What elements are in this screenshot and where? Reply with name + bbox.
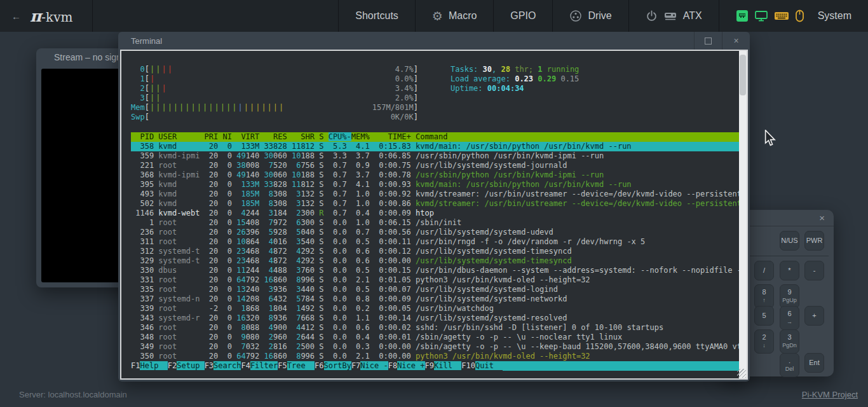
fkey-F2[interactable]: F2Setup xyxy=(168,361,205,371)
terminal-scrollbar[interactable] xyxy=(739,51,747,378)
process-row-1: 1 root 20 0 15408 7972 6300 S 0.0 1.0 0:… xyxy=(131,218,739,228)
keypad-key-5[interactable]: 5 xyxy=(754,306,774,326)
fkey-F1[interactable]: F1Help xyxy=(131,361,168,371)
close-icon: × xyxy=(733,36,738,46)
terminal-window-header[interactable]: Terminal × xyxy=(118,32,750,50)
maximize-button[interactable] xyxy=(694,32,722,50)
uptime-line: Uptime: 00:04:34 xyxy=(451,84,579,93)
process-row-221: 221 root 20 0 38008 7520 6756 S 0.7 0.9 … xyxy=(131,161,739,170)
window-buttons: × xyxy=(694,32,750,50)
process-row-349: 349 root 20 0 7032 2816 2500 S 0.0 0.3 0… xyxy=(131,342,739,352)
display-status-icon xyxy=(754,10,768,22)
fkey-F10[interactable]: F10Quit xyxy=(461,361,503,371)
pikvm-project-link[interactable]: Pi-KVM Project xyxy=(802,390,858,399)
keypad-key-6[interactable]: 6→ xyxy=(780,306,799,330)
fkey-F7[interactable]: F7Nice - xyxy=(351,361,388,371)
mouse-cursor xyxy=(764,130,776,149)
meter-2: 2[|||3.4%] xyxy=(131,84,418,93)
key-label: 5 xyxy=(762,312,766,319)
process-row-335: 335 root 20 0 13240 3936 3440 S 0.0 0.5 … xyxy=(131,285,739,294)
fkey-F3[interactable]: F3Search xyxy=(205,361,241,371)
keypad-key-[interactable]: / xyxy=(754,261,774,280)
power-icon xyxy=(646,10,658,22)
process-row-350: 350 root 20 0 64792 16860 8996 S 0.0 2.1… xyxy=(131,352,739,361)
fkey-F9[interactable]: F9Kill xyxy=(425,361,462,371)
system-summary: Tasks: 30, 28 thr; 1 runningLoad average… xyxy=(451,65,579,93)
keypad-key-[interactable]: - xyxy=(804,261,824,280)
key-sublabel: ↑ xyxy=(763,297,766,304)
meter-swp: Swp[0K/0K] xyxy=(131,113,418,122)
nav-item-atx[interactable]: ATX xyxy=(628,0,719,32)
scrollbar-thumb[interactable] xyxy=(740,55,746,95)
tasks-line: Tasks: 30, 28 thr; 1 running xyxy=(451,65,579,74)
drive-icon xyxy=(569,10,582,22)
logo-area: ← π-kvm xyxy=(0,0,93,32)
terminal-screen[interactable]: 0[||||4.7%] 1[|0.0%] 2[|||3.4%] 3[||2.0%… xyxy=(120,50,748,380)
nav-item-system[interactable]: System xyxy=(719,0,868,32)
keyboard-status-icon xyxy=(774,11,789,21)
meter-1: 1[|0.0%] xyxy=(131,74,418,84)
key-label: 2 xyxy=(762,334,766,341)
terminal-window-title: Terminal xyxy=(131,36,162,46)
process-row-348: 348 root 20 0 9080 2960 2644 S 0.0 0.4 0… xyxy=(131,333,739,342)
keypad-key-[interactable]: + xyxy=(804,306,824,326)
pikvm-logo[interactable]: π-kvm xyxy=(30,7,72,25)
process-table: PID USER PRI NI VIRT RES SHR S CPU%-MEM%… xyxy=(131,132,739,361)
fkey-F5[interactable]: F5Tree xyxy=(278,361,315,371)
key-sublabel: Del xyxy=(785,366,794,373)
gear-icon: ⚙ xyxy=(432,9,443,24)
keypad-key-9[interactable]: 9PgUp xyxy=(780,284,799,308)
resize-grip[interactable] xyxy=(737,369,746,378)
fkey-F4[interactable]: F4Filter xyxy=(241,361,278,371)
process-row-346: 346 root 20 0 8088 4900 4412 S 0.0 0.6 0… xyxy=(131,323,739,333)
keypad-key-[interactable]: * xyxy=(780,261,799,280)
keypad-key-8[interactable]: 8↑ xyxy=(754,284,774,308)
fkey-F8[interactable]: F8Nice + xyxy=(388,361,425,371)
key-label: - xyxy=(813,267,816,274)
key-label: 3 xyxy=(787,334,791,341)
process-row-358: 358 kvmd 20 0 133M 33828 11812 S 5.3 4.1… xyxy=(131,142,739,151)
keypad-key-[interactable]: .Del xyxy=(780,353,799,377)
close-icon[interactable]: × xyxy=(819,212,825,223)
htop-output: 0[||||4.7%] 1[|0.0%] 2[|||3.4%] 3[||2.0%… xyxy=(121,51,739,378)
process-row-311: 311 root 20 0 10864 4016 3540 S 0.0 0.5 … xyxy=(131,237,739,247)
key-label: PWR xyxy=(806,237,823,244)
process-row-395: 395 kvmd 20 0 133M 33828 11812 S 0.7 4.1… xyxy=(131,180,739,190)
fkey-F6[interactable]: F6SortBy xyxy=(315,361,351,371)
atx-box-icon xyxy=(663,11,677,21)
key-label: + xyxy=(812,312,816,319)
server-hostname-label: Server: localhost.localdomain xyxy=(19,390,127,399)
key-label: 6 xyxy=(787,310,791,317)
process-row-330: 330 dbus 20 0 11244 4488 3760 S 0.0 0.5 … xyxy=(131,266,739,275)
back-arrow-icon[interactable]: ← xyxy=(11,11,21,22)
nav-item-drive[interactable]: Drive xyxy=(552,0,628,32)
nav-item-shortcuts[interactable]: Shortcuts xyxy=(338,0,415,32)
keypad-key-nus[interactable]: N/US xyxy=(780,231,799,251)
key-sublabel: → xyxy=(787,319,792,326)
nav-item-gpio[interactable]: GPIO xyxy=(493,0,552,32)
keypad-key-3[interactable]: 3PgDn xyxy=(780,329,799,354)
process-row-339: 339 root -2 0 1868 1804 1492 S 0.0 0.2 0… xyxy=(131,304,739,314)
process-row-502: 502 kvmd 20 0 185M 8308 3132 S 0.7 1.0 0… xyxy=(131,199,739,209)
top-navbar: ← π-kvm Shortcuts ⚙ Macro GPIO Drive ATX xyxy=(0,0,868,32)
process-row-337: 337 systemd-n 20 0 14208 6432 5784 S 0.0… xyxy=(131,294,739,304)
keypad-key-ent[interactable]: Ent xyxy=(804,353,824,373)
process-row-312: 312 systemd-t 20 0 23468 4872 4292 S 0.0… xyxy=(131,247,739,256)
maximize-icon xyxy=(705,38,712,45)
process-row-359: 359 kvmd-ipmi 20 0 49140 30060 10188 S 3… xyxy=(131,151,739,161)
terminal-window: Terminal × 0[||||4.7%] 1[|0.0%] 2[|||3.4… xyxy=(118,32,750,382)
keypad-key-2[interactable]: 2↓ xyxy=(754,329,774,354)
process-row-1146: 1146 kvmd-webt 20 0 4244 3184 2300 R 0.7… xyxy=(131,209,739,218)
close-button[interactable]: × xyxy=(722,32,750,50)
ethernet-status-icon xyxy=(736,10,749,22)
table-header[interactable]: PID USER PRI NI VIRT RES SHR S CPU%-MEM%… xyxy=(131,132,739,142)
process-row-329: 329 systemd-t 20 0 23468 4872 4292 S 0.0… xyxy=(131,256,739,266)
nav-item-macro[interactable]: ⚙ Macro xyxy=(415,0,494,32)
process-row-368: 368 kvmd-ipmi 20 0 49140 30060 10188 S 0… xyxy=(131,170,739,180)
stream-window-title: Stream – no signal xyxy=(54,52,128,62)
process-row-343: 343 systemd-r 20 0 16320 8936 7668 S 0.0… xyxy=(131,314,739,323)
keypad-key-pwr[interactable]: PWR xyxy=(804,231,824,251)
meter-3: 3[||2.0%] xyxy=(131,93,418,103)
key-sublabel: PgDn xyxy=(782,342,797,349)
key-label: 9 xyxy=(787,289,791,296)
